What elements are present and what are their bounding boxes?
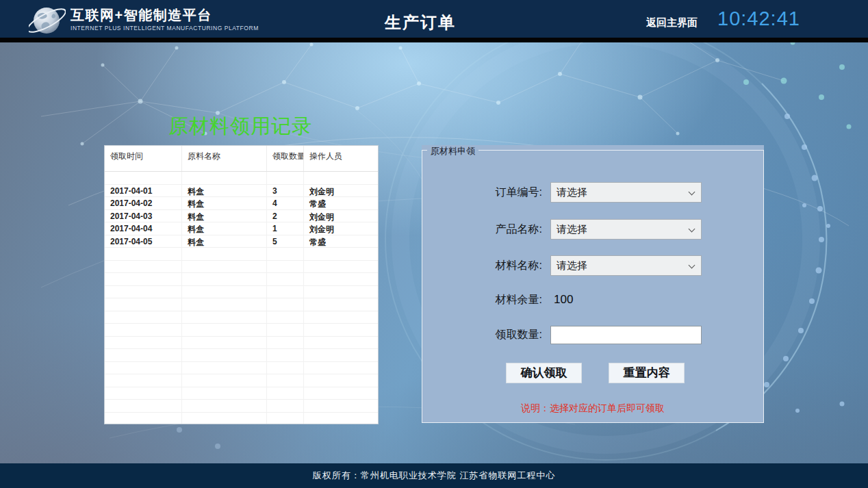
table-row[interactable]: 2017-04-02料盒4常盛 [105, 197, 378, 210]
table-cell [267, 172, 304, 184]
header-divider [0, 38, 868, 42]
empty-table-row [105, 298, 378, 311]
table-cell: 料盒 [182, 185, 267, 197]
empty-table-row [105, 261, 378, 274]
table-cell: 料盒 [182, 222, 267, 235]
empty-table-row [105, 337, 378, 350]
order-no-select[interactable]: 请选择 [550, 182, 702, 203]
table-cell [105, 349, 182, 361]
product-name-label: 产品名称: [422, 222, 542, 237]
table-cell [182, 349, 267, 361]
table-cell [267, 311, 304, 324]
globe-logo-icon [29, 5, 66, 36]
table-cell [182, 324, 267, 336]
panel-legend: 原材料申领 [427, 145, 478, 157]
table-cell [304, 400, 378, 412]
table-cell: 料盒 [182, 197, 267, 209]
table-cell: 刘金明 [304, 210, 378, 222]
table-cell [304, 286, 378, 298]
table-cell [304, 413, 378, 425]
table-cell [304, 298, 378, 311]
reset-content-button[interactable]: 重置内容 [609, 363, 685, 383]
table-cell [105, 261, 182, 273]
table-row[interactable]: 2017-04-05料盒5常盛 [105, 235, 378, 248]
table-cell [267, 374, 304, 387]
table-cell: 刘金明 [304, 185, 378, 197]
table-cell [304, 273, 378, 285]
table-cell: 2017-04-03 [105, 210, 182, 222]
table-cell [105, 400, 182, 412]
empty-table-row [105, 248, 378, 261]
table-cell [182, 286, 267, 298]
confirm-pickup-button[interactable]: 确认领取 [506, 363, 582, 383]
material-name-value: 请选择 [557, 259, 587, 272]
empty-table-row [105, 413, 378, 425]
header-bar: 互联网+智能制造平台 INTERNET PLUS INTELLIGENT MAN… [0, 0, 868, 38]
material-balance-value: 100 [554, 293, 573, 307]
table-cell [267, 273, 304, 285]
table-cell [267, 324, 304, 336]
table-cell: 2017-04-05 [105, 235, 182, 248]
product-name-value: 请选择 [557, 223, 587, 236]
table-cell: 常盛 [304, 235, 378, 248]
material-name-row: 材料名称: 请选择 [422, 255, 764, 276]
product-name-select[interactable]: 请选择 [550, 219, 702, 240]
table-cell [267, 349, 304, 361]
table-cell [182, 248, 267, 260]
table-cell: 刘金明 [304, 222, 378, 235]
column-header: 操作人员 [304, 146, 378, 171]
quantity-row: 领取数量: [422, 324, 764, 345]
table-cell [182, 337, 267, 349]
table-cell: 料盒 [182, 235, 267, 248]
quantity-input[interactable] [550, 326, 702, 344]
table-cell [105, 311, 182, 324]
table-cell [267, 387, 304, 400]
empty-table-row [105, 387, 378, 400]
table-cell [105, 324, 182, 336]
empty-table-row [105, 362, 378, 375]
clock: 10:42:41 [717, 8, 800, 30]
table-cell [267, 413, 304, 425]
back-to-main-link[interactable]: 返回主界面 [646, 16, 698, 29]
quantity-label: 领取数量: [422, 328, 542, 342]
material-balance-label: 材料余量: [422, 293, 542, 307]
records-table-header: 领取时间原料名称领取数量操作人员 [105, 146, 378, 172]
table-cell [105, 337, 182, 349]
empty-table-row [105, 273, 378, 286]
table-cell [105, 273, 182, 285]
copyright-text: 版权所有：常州机电职业技术学院 江苏省物联网工程中心 [313, 470, 556, 482]
table-cell [105, 362, 182, 374]
table-cell [182, 261, 267, 273]
empty-table-row [105, 374, 378, 387]
table-cell: 2017-04-04 [105, 222, 182, 235]
table-row[interactable]: 2017-04-01料盒3刘金明 [105, 185, 378, 198]
material-name-select[interactable]: 请选择 [550, 255, 702, 276]
form-note: 说明：选择对应的订单后即可领取 [442, 402, 743, 415]
table-row[interactable]: 2017-04-03料盒2刘金明 [105, 210, 378, 223]
order-no-row: 订单编号: 请选择 [422, 182, 764, 203]
empty-table-row [105, 311, 378, 324]
table-cell [182, 172, 267, 184]
table-cell [182, 387, 267, 400]
column-header: 领取时间 [105, 146, 182, 171]
table-cell [304, 324, 378, 336]
brand-subtitle: INTERNET PLUS INTELLIGENT MANUFACTURING … [71, 25, 259, 31]
chevron-down-icon [689, 189, 695, 196]
table-cell [182, 311, 267, 324]
material-balance-row: 材料余量: 100 [422, 290, 764, 310]
material-name-label: 材料名称: [422, 259, 542, 273]
table-cell [304, 387, 378, 400]
footer-bar: 版权所有：常州机电职业技术学院 江苏省物联网工程中心 [0, 463, 868, 488]
table-cell [304, 337, 378, 349]
chevron-down-icon [689, 226, 695, 233]
table-row[interactable]: 2017-04-04料盒1刘金明 [105, 222, 378, 235]
table-cell: 料盒 [182, 210, 267, 222]
table-cell [267, 248, 304, 260]
column-header: 原料名称 [182, 146, 267, 171]
table-cell [105, 286, 182, 298]
table-cell: 1 [267, 222, 304, 235]
table-cell [182, 298, 267, 311]
table-cell: 3 [267, 185, 304, 197]
table-cell: 2 [267, 210, 304, 222]
table-cell [304, 172, 378, 184]
